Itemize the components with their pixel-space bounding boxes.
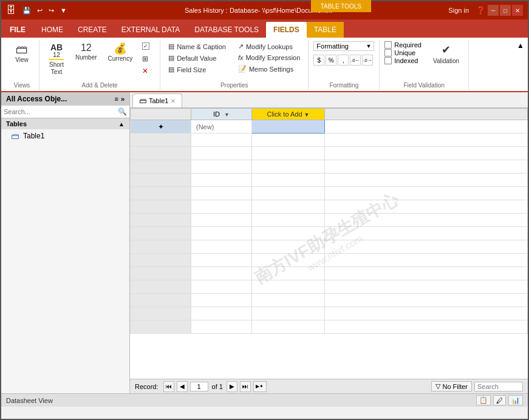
customize-quick-btn[interactable]: ▼ bbox=[58, 6, 69, 15]
main-area: All Access Obje... ≡ » 🔍 Tables ▲ 🗃 Tabl… bbox=[1, 92, 528, 393]
ribbon-group-formatting: Formatting ▼ $ % , .0← .0→ Formatting bbox=[309, 40, 380, 90]
new-row-empty bbox=[325, 120, 528, 134]
record-search-input[interactable] bbox=[474, 382, 523, 391]
quick-access-toolbar: 💾 ↩ ↪ ▼ bbox=[21, 6, 69, 15]
empty-row-9 bbox=[131, 240, 528, 254]
tab-table[interactable]: TABLE bbox=[307, 22, 344, 38]
modify-expression-btn[interactable]: fx Modify Expression bbox=[235, 53, 303, 63]
more-fields-btn[interactable]: ⊞ bbox=[139, 53, 155, 64]
ribbon-group-add-delete: AB 12 ShortText 12 Number 💰 Currency ✓ bbox=[39, 40, 160, 90]
modify-expression-icon: fx bbox=[238, 54, 244, 61]
tab-fields[interactable]: FIELDS bbox=[266, 22, 307, 38]
checkbox-btn[interactable]: ✓ bbox=[139, 41, 155, 51]
indexed-item: Indexed bbox=[384, 57, 421, 64]
new-record-btn[interactable]: ▶✦ bbox=[253, 381, 267, 392]
required-checkbox[interactable] bbox=[384, 41, 392, 49]
empty-row-14 bbox=[131, 307, 528, 320]
current-record-input[interactable] bbox=[190, 382, 208, 391]
prev-record-btn[interactable]: ◀ bbox=[177, 381, 188, 392]
decrease-decimal-btn[interactable]: .0← bbox=[350, 55, 361, 66]
currency-btn[interactable]: 💰 Currency bbox=[104, 41, 137, 64]
comma-btn[interactable]: , bbox=[338, 55, 349, 66]
last-record-btn[interactable]: ⏭ bbox=[240, 381, 251, 392]
format-dropdown[interactable]: Formatting ▼ bbox=[313, 41, 374, 51]
nav-item-table1[interactable]: 🗃 Table1 bbox=[1, 129, 129, 143]
tab-file[interactable]: FILE bbox=[1, 22, 34, 38]
add-delete-group-label: Add & Delete bbox=[44, 81, 155, 89]
datasheet-view-btn[interactable]: 📋 bbox=[476, 395, 491, 405]
ribbon-group-properties: ▤ Name & Caption ▤ Default Value ▤ Field… bbox=[160, 40, 309, 90]
help-icon[interactable]: ❓ bbox=[476, 6, 485, 15]
number-btn[interactable]: 12 Number bbox=[71, 41, 101, 63]
currency-icon: 💰 bbox=[114, 43, 127, 54]
field-validation-group-label: Field Validation bbox=[384, 81, 463, 89]
short-text-btn[interactable]: AB 12 ShortText bbox=[44, 41, 69, 78]
id-sort-icon: ▼ bbox=[224, 112, 230, 118]
tab-external-data[interactable]: EXTERNAL DATA bbox=[114, 22, 187, 38]
properties-small-group-2: ↗ Modify Lookups fx Modify Expression 📝 … bbox=[235, 41, 303, 74]
name-caption-btn[interactable]: ▤ Name & Caption bbox=[165, 41, 229, 52]
ribbon-group-field-validation: Required Unique Indexed ✔ Validation Fie… bbox=[380, 40, 469, 90]
ribbon-collapse-area: ▲ bbox=[517, 40, 524, 90]
new-row-value-cell[interactable] bbox=[252, 120, 325, 134]
modify-lookups-icon: ↗ bbox=[238, 42, 244, 50]
maximize-btn[interactable]: □ bbox=[500, 5, 511, 16]
pivot-view-btn[interactable]: 📊 bbox=[508, 395, 523, 405]
validation-btn[interactable]: ✔ Validation bbox=[429, 41, 463, 67]
indexed-checkbox[interactable] bbox=[384, 57, 392, 64]
delete-btn[interactable]: ✕ bbox=[139, 66, 155, 76]
percent-btn[interactable]: % bbox=[326, 55, 336, 66]
table1-tab-icon: 🗃 bbox=[139, 97, 146, 105]
sign-in[interactable]: Sign in bbox=[448, 7, 469, 14]
minimize-btn[interactable]: ─ bbox=[488, 5, 499, 16]
empty-row-10 bbox=[131, 254, 528, 267]
dollar-btn[interactable]: $ bbox=[313, 55, 324, 66]
modify-lookups-btn[interactable]: ↗ Modify Lookups bbox=[235, 41, 303, 52]
nav-section-collapse-icon: ▲ bbox=[118, 121, 125, 127]
memo-settings-btn[interactable]: 📝 Memo Settings bbox=[235, 64, 303, 74]
id-cell-new[interactable]: (New) bbox=[191, 120, 252, 134]
redo-quick-btn[interactable]: ↪ bbox=[47, 6, 56, 15]
first-record-btn[interactable]: ⏮ bbox=[163, 381, 174, 392]
number-icon: 12 bbox=[53, 52, 60, 58]
empty-row-12 bbox=[131, 280, 528, 294]
tab-home[interactable]: HOME bbox=[34, 22, 70, 38]
tab-create[interactable]: CREATE bbox=[70, 22, 114, 38]
default-value-icon: ▤ bbox=[168, 54, 174, 62]
empty-col-1 bbox=[325, 109, 528, 120]
nav-header-controls: ≡ » bbox=[114, 95, 125, 103]
no-filter-btn[interactable]: ▽ No Filter bbox=[431, 381, 472, 391]
contextual-tab-label: TABLE TOOLS bbox=[311, 0, 371, 12]
nav-tables-section[interactable]: Tables ▲ bbox=[1, 118, 129, 129]
nav-menu-icon[interactable]: ≡ bbox=[114, 95, 118, 103]
nav-search-bar: 🔍 bbox=[1, 106, 129, 118]
design-view-btn[interactable]: 🖊 bbox=[493, 395, 506, 405]
ribbon-validation-items: Required Unique Indexed ✔ Validation bbox=[384, 41, 463, 81]
next-record-btn[interactable]: ▶ bbox=[227, 381, 237, 392]
nav-pane-header[interactable]: All Access Obje... ≡ » bbox=[1, 92, 129, 106]
empty-row-5 bbox=[131, 187, 528, 200]
header-row-selector bbox=[131, 109, 191, 120]
unique-checkbox[interactable] bbox=[384, 49, 392, 56]
ribbon-content: 🗃 View Views AB 12 ShortText 12 Number bbox=[1, 38, 528, 92]
field-size-btn[interactable]: ▤ Field Size bbox=[165, 64, 229, 75]
ribbon-collapse-btn[interactable]: ▲ bbox=[517, 41, 524, 50]
close-btn[interactable]: ✕ bbox=[512, 5, 523, 16]
view-btn[interactable]: 🗃 View bbox=[10, 41, 34, 66]
unique-item: Unique bbox=[384, 49, 421, 56]
ribbon-tab-row: FILE HOME CREATE EXTERNAL DATA DATABASE … bbox=[1, 19, 528, 38]
new-row-selector: ✦ bbox=[131, 120, 191, 134]
default-value-btn[interactable]: ▤ Default Value bbox=[165, 53, 229, 63]
tab-database-tools[interactable]: DATABASE TOOLS bbox=[187, 22, 266, 38]
undo-quick-btn[interactable]: ↩ bbox=[35, 6, 44, 15]
nav-close-icon[interactable]: » bbox=[121, 95, 125, 103]
nav-search-input[interactable] bbox=[4, 108, 118, 115]
increase-decimal-btn[interactable]: .0→ bbox=[362, 55, 373, 66]
table1-tab-close[interactable]: ✕ bbox=[171, 98, 176, 104]
save-quick-btn[interactable]: 💾 bbox=[21, 6, 33, 15]
datasheet-table: ID ▼ Click to Add ▼ ✦ (New bbox=[130, 108, 528, 334]
click-to-add-header[interactable]: Click to Add ▼ bbox=[252, 109, 325, 120]
table1-tab[interactable]: 🗃 Table1 ✕ bbox=[132, 93, 182, 107]
id-column-header[interactable]: ID ▼ bbox=[191, 109, 252, 120]
status-bar: Datasheet View 📋 🖊 📊 bbox=[1, 393, 528, 407]
